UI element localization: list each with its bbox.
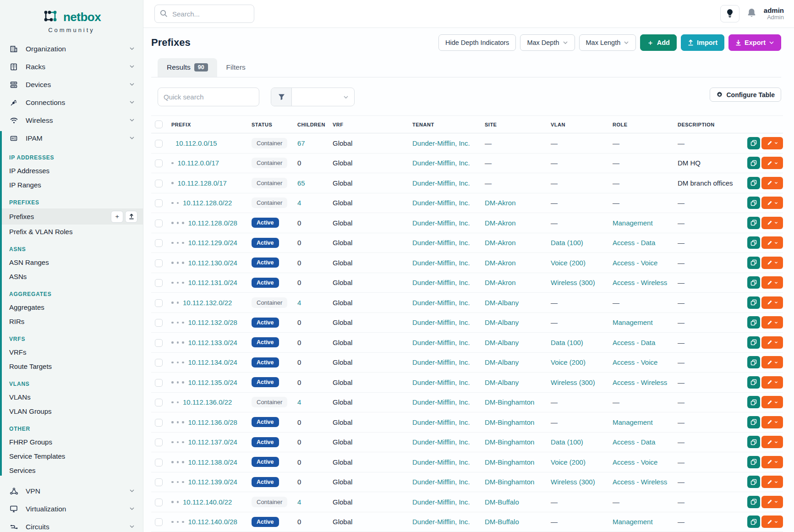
prefix-link[interactable]: 10.112.0.0/15 [175, 139, 217, 147]
role-link[interactable]: Management [613, 518, 653, 526]
sidebar-item-devices[interactable]: Devices [0, 76, 143, 93]
tenant-link[interactable]: Dunder-Mifflin, Inc. [412, 358, 470, 366]
edit-button[interactable] [761, 436, 783, 448]
vlan-link[interactable]: Wireless (300) [551, 478, 595, 486]
hide-depth-indicators-button[interactable]: Hide Depth Indicators [438, 34, 516, 51]
prefix-link[interactable]: 10.112.0.0/17 [178, 159, 219, 167]
brand[interactable]: netbox Community [0, 5, 143, 40]
role-link[interactable]: Access - Data [613, 239, 655, 247]
role-link[interactable]: Access - Voice [613, 358, 657, 366]
prefix-link[interactable]: 10.112.128.0/22 [183, 199, 232, 207]
sidebar-item-virtualization[interactable]: Virtualization [0, 500, 143, 518]
row-checkbox[interactable] [155, 339, 163, 347]
notifications-bell-icon[interactable] [747, 8, 756, 20]
tenant-link[interactable]: Dunder-Mifflin, Inc. [412, 179, 470, 187]
edit-button[interactable] [761, 217, 783, 229]
tenant-link[interactable]: Dunder-Mifflin, Inc. [412, 199, 470, 207]
column-header-site[interactable]: SITE [481, 116, 547, 133]
site-link[interactable]: DM-Albany [485, 339, 519, 346]
children-count-link[interactable]: 4 [297, 498, 301, 506]
sidebar-item-ipam[interactable]: IPAM [0, 129, 143, 147]
sidebar-item-fhrp-groups[interactable]: FHRP Groups [0, 435, 143, 449]
row-checkbox[interactable] [155, 180, 163, 187]
edit-button[interactable] [761, 236, 783, 249]
prefix-link[interactable]: 10.112.128.0/17 [178, 179, 227, 187]
role-link[interactable]: Management [613, 418, 653, 426]
filter-select-value[interactable] [292, 88, 354, 106]
prefix-link[interactable]: 10.112.137.0/24 [188, 438, 237, 446]
sidebar-item-prefixes[interactable]: Prefixes＋ [0, 208, 143, 225]
clone-button[interactable] [747, 236, 760, 249]
row-checkbox[interactable] [155, 219, 163, 227]
site-link[interactable]: DM-Albany [485, 358, 519, 366]
vlan-link[interactable]: Data (100) [551, 339, 583, 346]
vlan-link[interactable]: Voice (200) [551, 358, 586, 366]
vlan-link[interactable]: Wireless (300) [551, 378, 595, 386]
sidebar-item-service-templates[interactable]: Service Templates [0, 449, 143, 463]
quick-search-input[interactable] [158, 88, 259, 106]
column-header-vlan[interactable]: VLAN [547, 116, 609, 133]
prefix-link[interactable]: 10.112.130.0/24 [188, 259, 237, 267]
column-header-tenant[interactable]: TENANT [409, 116, 481, 133]
row-checkbox[interactable] [155, 299, 163, 307]
clone-button[interactable] [747, 376, 760, 389]
role-link[interactable]: Access - Wireless [613, 279, 667, 286]
site-link[interactable]: DM-Binghamton [485, 418, 534, 426]
clone-button[interactable] [747, 257, 760, 269]
max-length-dropdown[interactable]: Max Length [579, 34, 636, 51]
edit-button[interactable] [761, 456, 783, 468]
row-checkbox[interactable] [155, 499, 163, 506]
sidebar-item-aggregates[interactable]: Aggregates [0, 300, 143, 314]
search-input[interactable] [154, 5, 254, 23]
site-link[interactable]: DM-Albany [485, 378, 519, 386]
clone-button[interactable] [747, 356, 760, 368]
clone-button[interactable] [747, 456, 760, 468]
role-link[interactable]: Access - Voice [613, 259, 657, 267]
prefix-link[interactable]: 10.112.135.0/24 [188, 378, 237, 386]
role-link[interactable]: Access - Wireless [613, 478, 667, 486]
prefix-link[interactable]: 10.112.140.0/22 [183, 498, 232, 506]
children-count-link[interactable]: 4 [297, 199, 301, 207]
prefix-link[interactable]: 10.112.138.0/24 [188, 458, 237, 466]
prefix-link[interactable]: 10.112.136.0/28 [188, 418, 237, 426]
clone-button[interactable] [747, 316, 760, 329]
sidebar-item-prefix-vlan-roles[interactable]: Prefix & VLAN Roles [0, 225, 143, 239]
add-button[interactable]: ＋ Add [640, 34, 677, 51]
site-link[interactable]: DM-Binghamton [485, 398, 534, 406]
vlan-link[interactable]: Voice (200) [551, 259, 586, 267]
site-link[interactable]: DM-Albany [485, 318, 519, 326]
tenant-link[interactable]: Dunder-Mifflin, Inc. [412, 139, 470, 147]
edit-button[interactable] [761, 276, 783, 289]
edit-button[interactable] [761, 356, 783, 368]
row-checkbox[interactable] [155, 199, 163, 207]
prefix-link[interactable]: 10.112.136.0/22 [183, 398, 232, 406]
clone-button[interactable] [747, 396, 760, 408]
theme-toggle-button[interactable] [720, 5, 739, 22]
sidebar-item-asn-ranges[interactable]: ASN Ranges [0, 255, 143, 269]
site-link[interactable]: DM-Buffalo [485, 498, 519, 506]
clone-button[interactable] [747, 157, 760, 169]
max-depth-dropdown[interactable]: Max Depth [520, 34, 575, 51]
clone-button[interactable] [747, 336, 760, 349]
edit-button[interactable] [761, 257, 783, 269]
clone-button[interactable] [747, 496, 760, 508]
column-header-role[interactable]: ROLE [609, 116, 674, 133]
select-all-checkbox[interactable] [155, 121, 163, 128]
edit-button[interactable] [761, 177, 783, 189]
vlan-link[interactable]: Data (100) [551, 438, 583, 446]
prefix-link[interactable]: 10.112.129.0/24 [188, 239, 237, 247]
sidebar-item-vrfs[interactable]: VRFs [0, 345, 143, 359]
tenant-link[interactable]: Dunder-Mifflin, Inc. [412, 339, 470, 346]
row-checkbox[interactable] [155, 379, 163, 387]
clone-button[interactable] [747, 416, 760, 428]
import-button[interactable]: Import [681, 34, 724, 51]
row-checkbox[interactable] [155, 319, 163, 327]
row-checkbox[interactable] [155, 159, 163, 167]
tenant-link[interactable]: Dunder-Mifflin, Inc. [412, 378, 470, 386]
sidebar-item-services[interactable]: Services [0, 463, 143, 477]
site-link[interactable]: DM-Binghamton [485, 458, 534, 466]
prefix-link[interactable]: 10.112.139.0/24 [188, 478, 237, 486]
clone-button[interactable] [747, 197, 760, 209]
role-link[interactable]: Access - Voice [613, 458, 657, 466]
children-count-link[interactable]: 65 [297, 179, 305, 187]
